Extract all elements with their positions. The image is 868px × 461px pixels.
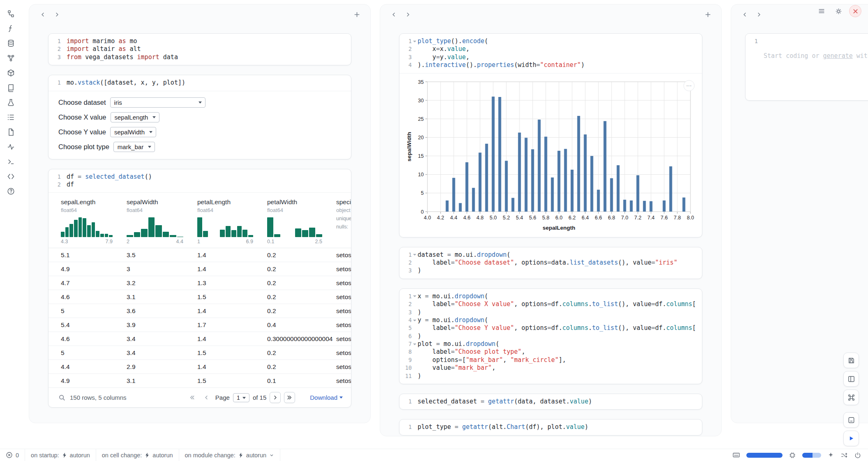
code-editor[interactable]: 1234plot_type().encode( x=x.value, y=y.v… — [399, 34, 702, 73]
code-line[interactable]: import marimo as mo — [67, 37, 345, 45]
table-column-header[interactable]: sepalLengthfloat644.37.9 — [61, 198, 127, 244]
first-page-button[interactable] — [187, 392, 198, 403]
altair-bar-chart[interactable]: 4.04.24.44.64.85.05.25.45.65.86.06.26.46… — [405, 78, 695, 234]
fold-chevron-icon[interactable] — [412, 41, 418, 42]
column-layout-button[interactable] — [843, 371, 859, 387]
code-line[interactable]: label="Choose X value", options=df.colum… — [418, 300, 696, 308]
code-editor[interactable]: 1mo.vstack([dataset, x, y, plot]) — [48, 75, 351, 90]
table-row[interactable]: 4.931.40.2setosa — [48, 262, 351, 276]
code-line[interactable]: y=y.value, — [418, 53, 696, 61]
code-line[interactable]: label="Choose plot type", — [418, 348, 696, 356]
table-column-header[interactable]: petalLengthfloat6416.9 — [197, 198, 267, 244]
table-row[interactable]: 53.61.40.2setosa — [48, 304, 351, 318]
code-line[interactable]: df — [67, 181, 345, 189]
scratchpad-button[interactable] — [843, 412, 859, 428]
generate-with-ai-link[interactable]: generate — [823, 52, 853, 60]
code-line[interactable]: y = mo.ui.dropdown( — [418, 316, 696, 324]
settings-button[interactable] — [832, 5, 845, 17]
code-line[interactable]: mo.vstack([dataset, x, y, plot]) — [67, 79, 345, 87]
panel-packages-button[interactable] — [5, 68, 16, 78]
table-row[interactable]: 4.63.11.50.2setosa — [48, 290, 351, 304]
add-cell-button[interactable] — [351, 9, 362, 20]
power-icon[interactable] — [854, 452, 861, 459]
table-column-header[interactable]: speciesobjectunique:nulls: — [336, 198, 351, 244]
column-next-button[interactable] — [753, 9, 764, 20]
code-editor[interactable]: 1234567891011x = mo.ui.dropdown( label="… — [399, 289, 702, 384]
status-item[interactable]: on module change:autorun — [179, 449, 281, 461]
control-select-choose-plot-type[interactable]: mark_bar — [113, 142, 155, 152]
code-line[interactable]: ).interactive().properties(width="contai… — [418, 61, 696, 69]
panel-variables-button[interactable] — [5, 24, 16, 33]
shutdown-button[interactable] — [849, 5, 861, 17]
panel-data-sources-button[interactable] — [5, 39, 16, 48]
code-line[interactable]: label="Choose Y value", options=df.colum… — [418, 324, 696, 332]
download-button[interactable]: Download — [310, 394, 343, 401]
code-line[interactable]: plot = mo.ui.dropdown( — [418, 340, 696, 348]
panel-tracebacks-button[interactable] — [5, 98, 16, 107]
status-item[interactable]: on startup:autorun — [25, 449, 96, 461]
shuffle-icon[interactable] — [840, 452, 848, 459]
code-editor[interactable]: 1 Start coding or generate with AI — [746, 34, 868, 100]
column-prev-button[interactable] — [739, 9, 750, 20]
code-line[interactable]: ) — [418, 332, 696, 340]
code-line[interactable]: ) — [418, 267, 696, 274]
editor-placeholder[interactable]: Start coding or generate with AI — [764, 52, 868, 60]
code-line[interactable]: from vega_datasets import data — [67, 53, 345, 61]
table-column-header[interactable]: sepalWidthfloat6424.4 — [127, 198, 197, 244]
code-editor[interactable]: 123import marimo as moimport altair as a… — [48, 34, 351, 65]
run-all-button[interactable] — [843, 431, 859, 446]
panel-snippets-button[interactable] — [5, 172, 16, 181]
code-editor[interactable]: 12df = selected_dataset()df — [48, 169, 351, 193]
keyboard-icon[interactable] — [732, 451, 740, 459]
table-row[interactable]: 4.93.11.50.1setosa — [48, 374, 351, 388]
fold-chevron-icon[interactable] — [412, 320, 418, 321]
column-prev-button[interactable] — [37, 9, 48, 20]
panel-files-button[interactable] — [5, 127, 16, 137]
panel-help-button[interactable] — [5, 187, 16, 196]
table-row[interactable]: 4.42.91.40.2setosa — [48, 360, 351, 374]
add-cell-button[interactable] — [702, 9, 713, 20]
keyboard-shortcuts-button[interactable] — [843, 390, 859, 405]
code-line[interactable]: value="mark_bar", — [418, 364, 696, 372]
search-icon[interactable] — [58, 394, 66, 401]
code-line[interactable]: label="Choose dataset", options=data.lis… — [418, 259, 696, 267]
code-line[interactable]: df = selected_dataset() — [67, 173, 345, 181]
panel-outline-button[interactable] — [5, 113, 16, 122]
fold-chevron-icon[interactable] — [412, 295, 418, 297]
save-notebook-button[interactable] — [843, 353, 859, 368]
column-prev-button[interactable] — [388, 9, 399, 20]
panel-logs-button[interactable] — [5, 142, 16, 152]
chart-actions-button[interactable]: ⋯ — [683, 80, 695, 91]
control-select-choose-y-value[interactable]: sepalWidth — [110, 127, 156, 137]
status-item[interactable]: on cell change:autorun — [96, 449, 179, 461]
table-row[interactable]: 53.41.50.2setosa — [48, 346, 351, 360]
table-column-header[interactable]: petalWidthfloat640.12.5 — [267, 198, 336, 244]
code-line[interactable]: dataset = mo.ui.dropdown( — [418, 251, 696, 259]
next-page-button[interactable] — [270, 392, 281, 403]
table-row[interactable]: 5.43.91.70.4setosa — [48, 318, 351, 332]
control-select-choose-x-value[interactable]: sepalLength — [111, 112, 159, 122]
code-editor[interactable]: 1selected_dataset = getattr(data, datase… — [399, 394, 702, 409]
code-line[interactable]: ) — [418, 309, 696, 316]
code-editor[interactable]: 123dataset = mo.ui.dropdown( label="Choo… — [399, 247, 702, 279]
code-line[interactable]: x = mo.ui.dropdown( — [418, 293, 696, 300]
panel-file-explorer-button[interactable] — [5, 9, 16, 18]
code-line[interactable]: ) — [418, 372, 696, 380]
fold-chevron-icon[interactable] — [412, 254, 418, 256]
panel-terminal-button[interactable] — [5, 157, 16, 166]
errors-indicator[interactable]: 0 — [0, 449, 25, 461]
code-line[interactable]: import altair as alt — [67, 45, 345, 53]
code-line[interactable]: plot_type = getattr(alt.Chart(df), plot.… — [418, 423, 696, 431]
last-page-button[interactable] — [284, 392, 295, 403]
panel-documentation-button[interactable] — [5, 83, 16, 92]
ai-sparkle-icon[interactable] — [827, 452, 834, 459]
page-select[interactable]: 1 — [233, 393, 249, 402]
table-row[interactable]: 4.63.41.40.30000000000000004setosa — [48, 332, 351, 346]
table-row[interactable]: 4.73.21.30.2setosa — [48, 276, 351, 290]
panel-dependency-graph-button[interactable] — [5, 53, 16, 63]
cpu-icon[interactable] — [789, 452, 796, 459]
fold-chevron-icon[interactable] — [412, 343, 418, 345]
code-line[interactable]: options=["mark_bar", "mark_circle"], — [418, 356, 696, 364]
code-line[interactable]: selected_dataset = getattr(data, dataset… — [418, 398, 696, 406]
prev-page-button[interactable] — [201, 392, 212, 403]
